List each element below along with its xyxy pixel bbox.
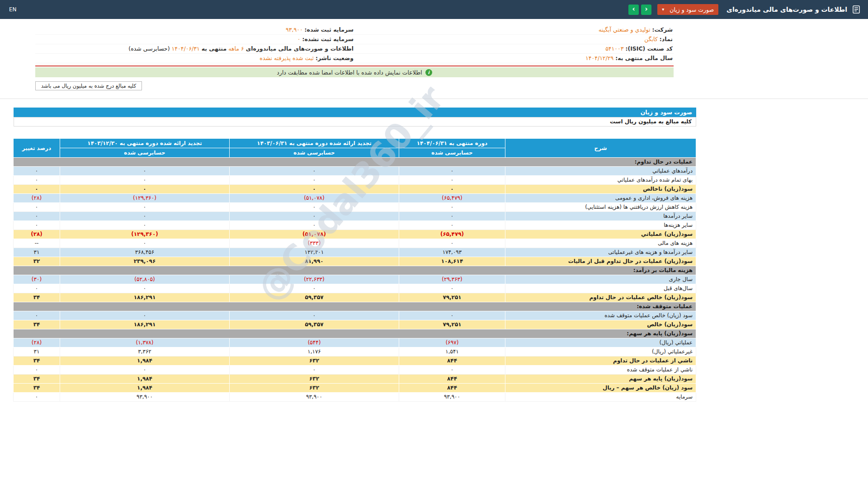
- company-name-link[interactable]: تولیدي و صنعتي آبگینه: [599, 26, 651, 33]
- value-cell: ۰: [230, 212, 399, 221]
- value-cell: (۲۸): [14, 338, 60, 347]
- table-header: شرح دوره منتهی به ۱۴۰۴/۰۶/۳۱ تجدید ارائه…: [14, 139, 696, 158]
- unregistered-capital-value: ۰: [297, 36, 301, 43]
- table-row: سایر درآمدها۰۰۰۰: [14, 212, 696, 221]
- value-cell: ۰: [60, 284, 230, 293]
- registered-capital-value: ۹۳,۹۰۰: [286, 26, 303, 33]
- value-cell: ۰: [14, 167, 60, 176]
- value-cell: (۵۱,۰۷۸): [230, 230, 399, 239]
- publisher-status-label: وضعیت ناشر:: [316, 55, 354, 61]
- row-label: سرمایه: [505, 393, 696, 402]
- row-label: سود(زیان) ناخالص: [505, 185, 696, 194]
- publisher-status-value: ثبت شده پذیرفته نشده: [259, 55, 314, 61]
- info-fiscal-year: سال مالی منتهی به: ۱۴۰۴/۱۲/۲۹: [354, 54, 674, 63]
- value-cell: ۳۶۸,۴۵۶: [60, 248, 230, 257]
- value-cell: ۰: [230, 311, 399, 320]
- table-row: سود (زیان) خالص عملیات متوقف شده۰۰۰۰: [14, 311, 696, 320]
- symbol-link[interactable]: کابگن: [644, 36, 658, 42]
- red-divider: [35, 66, 674, 66]
- value-cell: ۰: [14, 203, 60, 212]
- value-cell: ۱,۵۴۱: [399, 347, 505, 357]
- table-row: هزینه های فروش، اداری و عمومی(۶۵,۴۷۹)(۵۱…: [14, 194, 696, 203]
- table-row: درآمدهاي عملیاتي۰۰۰۰: [14, 167, 696, 176]
- table-row: هزینه های مالی۰(۳۳۳)۰--: [14, 239, 696, 248]
- value-cell: (۲۲,۶۳۳): [230, 275, 399, 284]
- value-cell: ۰: [399, 239, 505, 248]
- value-cell: ۰: [14, 311, 60, 320]
- page-title: اطلاعات و صورت‌های مالی میاندوره‌ای: [726, 6, 847, 13]
- header-audited: حسابرسی شده: [230, 148, 399, 158]
- value-cell: ۰: [14, 284, 60, 293]
- income-statement-table: شرح دوره منتهی به ۱۴۰۴/۰۶/۳۱ تجدید ارائه…: [13, 138, 696, 402]
- table-row: غیرعملیاتي (ریال)۱,۵۴۱۱,۱۷۶۳,۳۶۲۳۱: [14, 347, 696, 357]
- value-cell: ۰: [399, 176, 505, 185]
- period-suffix: (حسابرسی شده): [128, 45, 170, 52]
- section-row: عملیات در حال تداوم:: [14, 158, 696, 167]
- value-cell: (۲۸): [14, 194, 60, 203]
- row-label: عملیاتي (ریال): [505, 338, 696, 347]
- value-cell: (۱۲۹,۳۶۰): [60, 194, 230, 203]
- value-cell: ۳۱: [14, 347, 60, 357]
- table-row: سود(زیان) خالص عملیات در حال تداوم۷۹,۲۵۱…: [14, 293, 696, 302]
- period-mid: منتهی به: [202, 45, 226, 52]
- row-label: سود(زیان) پایه هر سهم: [505, 375, 696, 384]
- value-cell: ۰: [14, 185, 60, 194]
- value-cell: (۵۲,۸۰۵): [60, 275, 230, 284]
- row-label: ناشي از عملیات در حال تداوم: [505, 357, 696, 366]
- value-cell: ۹۳,۹۰۰: [399, 393, 505, 402]
- section-row: عملیات متوقف شده:: [14, 302, 696, 311]
- prev-statement-button[interactable]: ‹: [641, 5, 651, 15]
- value-cell: ۰: [230, 176, 399, 185]
- value-cell: ۰: [230, 284, 399, 293]
- value-cell: ۱,۹۸۴: [60, 384, 230, 393]
- row-label: سود(زیان) خالص عملیات در حال تداوم: [505, 293, 696, 302]
- table-row: ناشي از عملیات متوقف شده۰۰۰۰: [14, 366, 696, 375]
- value-cell: (۶۵,۴۷۹): [399, 194, 505, 203]
- statement-type-dropdown[interactable]: صورت سود و زیان ▾: [657, 4, 718, 15]
- value-cell: ۰: [60, 167, 230, 176]
- financial-statements-icon: [852, 5, 861, 14]
- value-cell: ۰: [14, 393, 60, 402]
- chevron-down-icon: ▾: [662, 7, 664, 12]
- value-cell: --: [14, 239, 60, 248]
- header-period-restated-mid: تجدید ارائه شده دوره منتهی به ۱۴۰۳/۰۶/۳۱: [230, 139, 399, 148]
- table-row: سال‌های قبل۰۰۰۰: [14, 284, 696, 293]
- table-row: سال جاری(۲۹,۳۶۳)(۲۲,۶۳۳)(۵۲,۸۰۵)(۳۰): [14, 275, 696, 284]
- row-label: هزینه کاهش ارزش دریافتني ها (هزینه استثن…: [505, 203, 696, 212]
- top-bar: اطلاعات و صورت‌های مالی میاندوره‌ای صورت…: [0, 0, 868, 19]
- value-cell: ۱۰۸,۶۱۴: [399, 257, 505, 266]
- value-cell: ۰: [60, 239, 230, 248]
- row-label: ناشي از عملیات متوقف شده: [505, 366, 696, 375]
- value-cell: ۲۳۹,۰۹۶: [60, 257, 230, 266]
- value-cell: (۲۹,۳۶۳): [399, 275, 505, 284]
- table-row: هزینه کاهش ارزش دریافتني ها (هزینه استثن…: [14, 203, 696, 212]
- signature-match-text: اطلاعات نمایش داده شده با اطلاعات امضا ش…: [277, 69, 422, 76]
- value-cell: ۳۴: [14, 375, 60, 384]
- row-label: هزینه های مالی: [505, 239, 696, 248]
- section-label: عملیات متوقف شده:: [14, 302, 696, 311]
- value-cell: ۰: [399, 366, 505, 375]
- language-toggle[interactable]: EN: [9, 6, 17, 13]
- value-cell: ۳۴: [14, 384, 60, 393]
- value-cell: ۰: [399, 311, 505, 320]
- statement-unit-note: کلیه مبالغ به میلیون ریال است: [14, 117, 696, 127]
- row-label: درآمدهاي عملیاتي: [505, 167, 696, 176]
- value-cell: (۱۲۹,۳۶۰): [60, 230, 230, 239]
- row-label: سایر درآمدها و هزینه های غیرعملیاتی: [505, 248, 696, 257]
- value-cell: ۰: [399, 284, 505, 293]
- company-info-panel: شرکت: تولیدي و صنعتي آبگینه سرمایه ثبت ش…: [35, 25, 674, 90]
- info-registered-capital: سرمایه ثبت شده: ۹۳,۹۰۰: [35, 25, 354, 35]
- row-label: غیرعملیاتي (ریال): [505, 347, 696, 357]
- table-row: سود(زیان) عملیاتي(۶۵,۴۷۹)(۵۱,۰۷۸)(۱۲۹,۳۶…: [14, 230, 696, 239]
- unregistered-capital-label: سرمایه ثبت نشده:: [302, 36, 354, 42]
- value-cell: ۰: [60, 221, 230, 230]
- next-statement-button[interactable]: ›: [628, 5, 639, 15]
- value-cell: ۳,۳۶۲: [60, 347, 230, 357]
- row-label: سود (زیان) خالص عملیات متوقف شده: [505, 311, 696, 320]
- value-cell: ۰: [60, 311, 230, 320]
- table-row: سود(زیان) پایه هر سهم۸۴۴۶۳۲۱,۹۸۴۳۴: [14, 375, 696, 384]
- value-cell: (۵۴۴): [230, 338, 399, 347]
- value-cell: ۰: [60, 212, 230, 221]
- header-percent-change: درصد تغییر: [14, 139, 60, 158]
- value-cell: ۷۹,۲۵۱: [399, 293, 505, 302]
